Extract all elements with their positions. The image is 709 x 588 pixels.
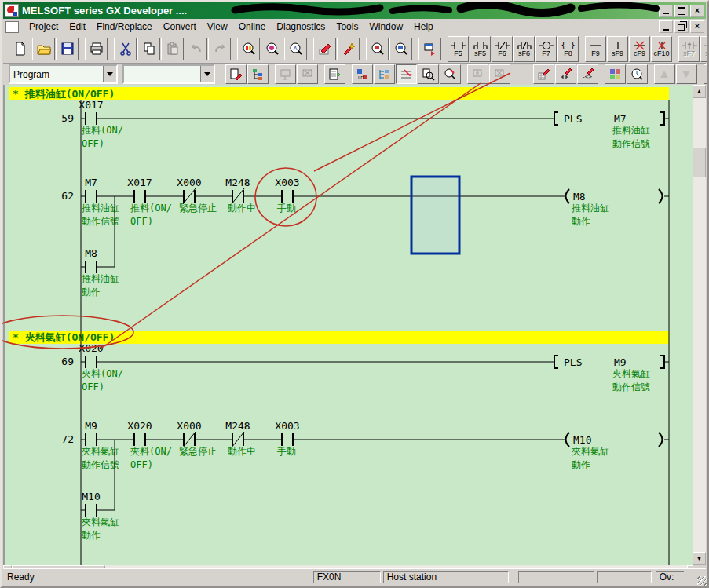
svg-text:X000: X000 bbox=[177, 177, 201, 188]
paste-button[interactable] bbox=[161, 38, 184, 60]
tree-icon bbox=[251, 68, 265, 81]
find-contact-button[interactable] bbox=[261, 38, 283, 60]
closed-contact-button-F6[interactable]: F6 bbox=[492, 36, 513, 62]
mdi-close-button[interactable]: × bbox=[690, 20, 704, 33]
open-button[interactable] bbox=[32, 38, 55, 60]
edit-cursor[interactable] bbox=[411, 177, 459, 254]
find-step-button[interactable] bbox=[418, 64, 439, 84]
monitor-start-button[interactable] bbox=[467, 64, 488, 84]
trace-stop-icon bbox=[680, 68, 693, 81]
cut-button[interactable] bbox=[114, 38, 137, 60]
project-data-edit-button[interactable] bbox=[225, 64, 247, 84]
circuit-read-button[interactable] bbox=[366, 38, 389, 60]
svg-text:M10: M10 bbox=[82, 491, 100, 502]
standard-toolbar: A F5 sF5 F6 sF6 F7 { }F8 F9 sF9 cF9 cF10… bbox=[3, 35, 706, 64]
scroll-up-button[interactable]: ▲ bbox=[693, 85, 706, 98]
mode-combobox-arrow[interactable] bbox=[103, 66, 116, 82]
statement-button[interactable] bbox=[555, 64, 576, 84]
find-edit-button[interactable] bbox=[440, 64, 461, 84]
open-contact-button-F5[interactable]: F5 bbox=[448, 36, 469, 62]
contact-X003 bbox=[282, 433, 293, 446]
coil-button-F7[interactable]: F7 bbox=[535, 36, 557, 62]
menu-project[interactable]: Project bbox=[24, 20, 64, 34]
trace-icon bbox=[658, 68, 671, 81]
svg-text:推料油缸: 推料油缸 bbox=[82, 273, 119, 284]
find-instruction-button[interactable]: A bbox=[284, 38, 307, 60]
device-timer-button[interactable] bbox=[627, 64, 648, 84]
resize-grip[interactable] bbox=[697, 576, 707, 586]
mdi-minimize-button[interactable] bbox=[659, 20, 673, 33]
closed-branch-button-sF6[interactable]: sF6 bbox=[513, 36, 535, 62]
paste-icon bbox=[166, 42, 180, 56]
mode-combobox-value: Program bbox=[13, 69, 49, 80]
mdi-restore-button[interactable] bbox=[674, 20, 689, 33]
print-button[interactable] bbox=[85, 38, 108, 60]
redo-button[interactable] bbox=[208, 38, 231, 60]
minimize-button[interactable] bbox=[659, 5, 673, 17]
undo-button[interactable] bbox=[185, 38, 207, 60]
vertical-scrollbar[interactable]: ▲ ▼ bbox=[693, 85, 706, 572]
menu-view[interactable]: View bbox=[202, 20, 233, 34]
maximize-button[interactable] bbox=[674, 5, 689, 17]
mdi-child-icon[interactable] bbox=[5, 21, 19, 33]
online-write-button[interactable] bbox=[275, 64, 296, 84]
scroll-down-button[interactable]: ▼ bbox=[693, 552, 706, 565]
menu-diagnostics[interactable]: Diagnostics bbox=[271, 20, 331, 34]
menu-window[interactable]: Window bbox=[364, 20, 408, 34]
sampling-trace-button[interactable] bbox=[654, 64, 675, 84]
trace-stop-button[interactable] bbox=[676, 64, 697, 84]
copy-button[interactable] bbox=[137, 38, 160, 60]
horizontal-line-button-F9[interactable]: F9 bbox=[585, 36, 606, 62]
window-title: MELSOFT series GX Developer .... bbox=[22, 5, 187, 16]
instruction-list-button[interactable] bbox=[374, 64, 395, 84]
minimize-icon bbox=[663, 13, 669, 14]
status-station: Host station bbox=[383, 571, 509, 583]
device-memory-button[interactable] bbox=[605, 64, 626, 84]
find-device-button[interactable] bbox=[237, 38, 260, 60]
ladder-mode-button[interactable]: LD bbox=[352, 64, 373, 84]
rung-62: 62 M7 X017 X000 M248 X003 推料油缸 動作信號 推料(O… bbox=[61, 177, 669, 298]
menu-convert[interactable]: Convert bbox=[158, 20, 202, 34]
svg-text:M9: M9 bbox=[614, 356, 627, 368]
comment-edit-button[interactable] bbox=[313, 38, 336, 60]
svg-text:動作: 動作 bbox=[82, 287, 101, 298]
open-branch-button-sF5[interactable]: sF5 bbox=[470, 36, 491, 62]
menu-help[interactable]: Help bbox=[408, 20, 439, 34]
window-switch-button[interactable] bbox=[418, 38, 441, 60]
pulse-down-contact-button-sF8[interactable]: sF8 bbox=[700, 36, 709, 62]
delete-vline-button-cF10[interactable]: cF10 bbox=[651, 36, 672, 62]
comment-display-toggle-button[interactable] bbox=[396, 64, 417, 84]
menu-find-replace[interactable]: Find/Replace bbox=[91, 20, 158, 34]
mode-combobox[interactable]: Program bbox=[9, 64, 118, 84]
menu-online[interactable]: Online bbox=[233, 20, 272, 34]
pulse-up-contact-button-sF7[interactable]: sF7 bbox=[678, 36, 700, 62]
new-button[interactable] bbox=[9, 38, 31, 60]
statement-edit-button[interactable] bbox=[337, 38, 360, 60]
pulse-down-icon bbox=[704, 41, 709, 50]
application-instruction-button-F8[interactable]: { }F8 bbox=[557, 36, 579, 62]
contact-M9 bbox=[86, 433, 97, 446]
list-doc-icon bbox=[328, 68, 342, 81]
vertical-line-button-sF9[interactable]: sF9 bbox=[607, 36, 628, 62]
window-tile-button[interactable] bbox=[704, 64, 709, 84]
delete-hline-button-cF9[interactable]: cF9 bbox=[629, 36, 650, 62]
device-comment-button[interactable] bbox=[533, 64, 554, 84]
online-read-button[interactable] bbox=[297, 64, 318, 84]
menu-tools[interactable]: Tools bbox=[331, 20, 364, 34]
rung-72: 72 M9 X020 X000 M248 X003 夾料氣缸 動作信號 夾料(O… bbox=[61, 420, 669, 541]
monitor-icon bbox=[471, 68, 484, 81]
menu-edit[interactable]: Edit bbox=[64, 20, 91, 34]
gx-developer-window: MELSOFT series GX Developer .... × Proje… bbox=[0, 0, 709, 588]
note-button[interactable]: -<> bbox=[577, 64, 598, 84]
project-tree-button[interactable] bbox=[247, 64, 269, 84]
close-button[interactable]: × bbox=[690, 5, 704, 17]
circuit-write-button[interactable] bbox=[389, 38, 412, 60]
vertical-scroll-thumb[interactable] bbox=[693, 148, 706, 177]
program-toolbar: Program LD -<> bbox=[3, 64, 706, 86]
save-button[interactable] bbox=[56, 38, 79, 60]
block-combobox-arrow[interactable] bbox=[200, 66, 214, 82]
block-combobox[interactable] bbox=[122, 64, 215, 84]
program-list-button[interactable] bbox=[324, 64, 345, 84]
find-contact-icon bbox=[265, 42, 280, 56]
monitor-stop-button[interactable] bbox=[489, 64, 510, 84]
